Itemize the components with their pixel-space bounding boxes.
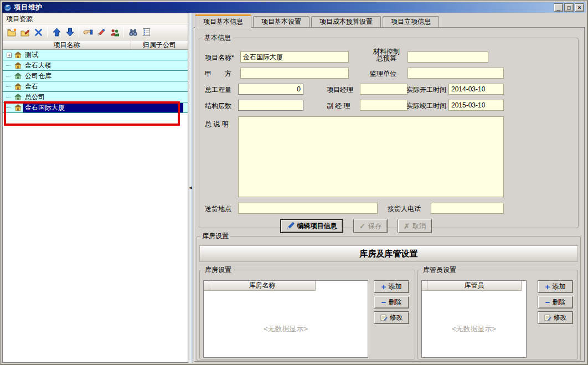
annotation-red-box — [4, 101, 180, 126]
storekeeper-add-button[interactable]: + 添加 — [538, 280, 573, 293]
storeroom-modify-button[interactable]: 修改 — [374, 311, 409, 324]
column-header-project-name[interactable]: 项目名称 — [3, 40, 131, 49]
report-list-icon — [142, 28, 151, 37]
party-a-label: 甲 方 — [205, 70, 231, 78]
new-project-button[interactable] — [5, 25, 18, 39]
house-yellow-icon — [14, 83, 22, 90]
general-description-label: 总 说 明 — [205, 120, 229, 128]
total-quantity-field[interactable] — [238, 84, 303, 95]
actual-end-date-field[interactable] — [448, 100, 504, 111]
house-green-icon — [14, 94, 22, 100]
tree-connector — [6, 86, 12, 87]
panel-splitter[interactable]: ◀ — [188, 13, 193, 363]
add-button-label: 添加 — [552, 282, 565, 291]
tab-basic-settings[interactable]: 项目基本设置 — [253, 16, 310, 27]
delete-project-button[interactable] — [32, 25, 45, 39]
column-header-company[interactable]: 归属子公司 — [131, 40, 188, 49]
storekeeper-column-header[interactable]: 库管员 — [427, 281, 522, 291]
notepad-edit-icon — [544, 314, 551, 321]
tree-item-label[interactable]: 测试 — [23, 50, 183, 60]
title-bar[interactable]: 项目维护 _ □ × — [2, 2, 586, 13]
tree-column-header[interactable]: 项目名称 归属子公司 — [3, 40, 188, 50]
tab-basic-info[interactable]: 项目基本信息 — [195, 14, 251, 28]
collapse-panel-icon[interactable]: ◀ — [188, 186, 193, 190]
save-button-label: 保存 — [368, 222, 381, 231]
tree-row-gongsicangku[interactable]: 公司仓库 — [3, 71, 188, 81]
basic-info-legend: 基本信息 — [203, 33, 233, 43]
tree-row-ceshi[interactable]: + 测试 — [3, 50, 188, 60]
tree-connector — [6, 65, 12, 66]
modify-button-label: 修改 — [554, 313, 567, 322]
project-name-field[interactable] — [240, 52, 349, 63]
actual-end-date-label: 实际竣工时间 — [406, 102, 446, 110]
find-button[interactable] — [126, 25, 140, 39]
no-data-text: <无数据显示> — [422, 324, 526, 334]
cross-icon: ✗ — [404, 223, 410, 230]
receiver-phone-label: 接货人电话 — [388, 205, 421, 213]
edit-folder-icon — [20, 28, 30, 37]
rename-button[interactable] — [95, 25, 108, 39]
storekeeper-group-legend: 库管员设置 — [421, 265, 458, 275]
actual-start-date-field[interactable] — [448, 84, 504, 95]
storeroom-name-column-header[interactable]: 库房名称 — [209, 281, 316, 291]
tab-content-panel: 基本信息 项目名称* 材料控制 总预算 甲 方 监理单位 总工程量 项目经理 实… — [194, 27, 585, 362]
project-users-button[interactable] — [108, 25, 121, 39]
delivery-address-label: 送货地点 — [205, 205, 231, 213]
party-a-field[interactable] — [240, 68, 349, 79]
material-budget-field[interactable] — [408, 52, 488, 63]
minus-icon: − — [381, 298, 386, 306]
warehouse-settings-group: 库房设置 库房及库管设置 库房设置 库房名称 <无数据显示> + 添加 — [197, 232, 581, 361]
move-up-button[interactable] — [50, 25, 63, 39]
project-manager-field[interactable] — [360, 84, 408, 95]
basic-info-group: 基本信息 项目名称* 材料控制 总预算 甲 方 监理单位 总工程量 项目经理 实… — [199, 33, 579, 228]
storeroom-list[interactable]: 库房名称 <无数据显示> — [203, 280, 368, 358]
storekeeper-list[interactable]: 库管员 <无数据显示> — [421, 280, 527, 358]
edit-button-label: 编辑项目信息 — [297, 222, 337, 231]
toolbar-separator — [123, 27, 124, 38]
toolbar-separator — [79, 27, 79, 38]
delete-button-label: 删除 — [388, 297, 401, 307]
no-data-text: <无数据显示> — [204, 324, 368, 334]
close-button[interactable]: × — [575, 3, 584, 12]
minimize-button[interactable]: _ — [554, 3, 563, 12]
assign-button[interactable] — [81, 25, 95, 39]
window-title: 项目维护 — [14, 3, 43, 12]
house-yellow-icon — [14, 62, 22, 69]
supervision-unit-field[interactable] — [408, 68, 504, 79]
storeroom-group-legend: 库房设置 — [203, 265, 233, 275]
general-description-field[interactable] — [238, 116, 504, 197]
tree-connector — [6, 97, 12, 97]
supervision-unit-label: 监理单位 — [370, 70, 396, 78]
tab-cost-budget-settings[interactable]: 项目成本预算设置 — [311, 16, 381, 27]
cancel-button-label: 取消 — [412, 222, 426, 231]
receiver-phone-field[interactable] — [431, 203, 504, 214]
down-arrow-icon — [66, 28, 74, 37]
actual-start-date-label: 实际开工时间 — [406, 86, 446, 94]
expand-icon[interactable]: + — [7, 53, 12, 58]
tree-item-label[interactable]: 金石大楼 — [23, 61, 183, 70]
tree-item-label[interactable]: 总公司 — [23, 92, 183, 102]
tree-item-label[interactable]: 金石 — [23, 82, 183, 91]
tab-project-approval-info[interactable]: 项目立项信息 — [383, 16, 439, 27]
report-button[interactable] — [140, 25, 153, 39]
storeroom-delete-button[interactable]: − 删除 — [374, 296, 409, 309]
users-icon — [110, 28, 120, 37]
delivery-address-field[interactable] — [238, 203, 378, 214]
pen-icon — [287, 222, 295, 230]
plus-icon: + — [381, 282, 386, 291]
move-down-button[interactable] — [63, 25, 76, 39]
structure-layers-field[interactable] — [238, 100, 303, 111]
tree-item-label[interactable]: 公司仓库 — [23, 71, 183, 81]
deputy-manager-field[interactable] — [360, 100, 408, 111]
row-indicator-column — [204, 281, 209, 291]
storekeeper-modify-button[interactable]: 修改 — [538, 311, 573, 324]
maximize-button[interactable]: □ — [564, 3, 574, 12]
tree-row-jinshidalou[interactable]: 金石大楼 — [3, 60, 188, 71]
tree-toolbar — [3, 24, 188, 40]
storekeeper-delete-button[interactable]: − 删除 — [538, 296, 573, 309]
structure-layers-label: 结构层数 — [205, 102, 231, 110]
project-detail-panel: 项目基本信息 项目基本设置 项目成本预算设置 项目立项信息 基本信息 项目名称*… — [193, 13, 586, 363]
edit-project-button[interactable] — [18, 25, 32, 39]
storeroom-add-button[interactable]: + 添加 — [374, 280, 409, 293]
tree-row-jinshi[interactable]: 金石 — [3, 81, 188, 92]
